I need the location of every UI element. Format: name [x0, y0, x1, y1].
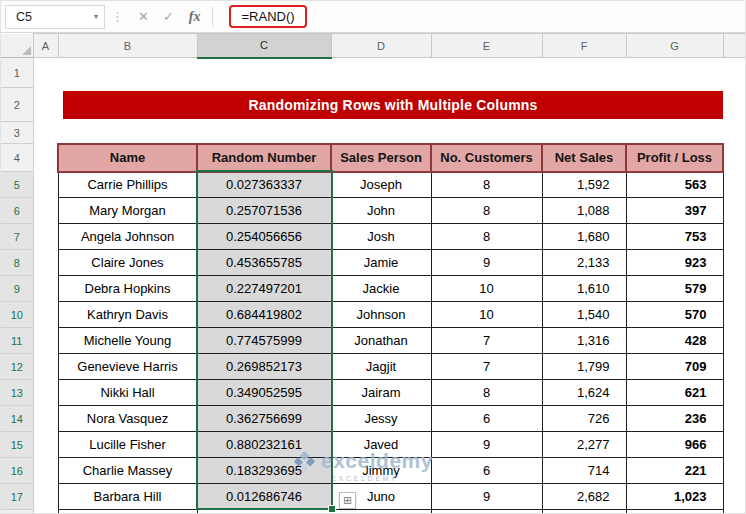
row-header-4[interactable]: 4 [1, 144, 33, 172]
column-header-G[interactable]: G [626, 34, 723, 58]
cell-G8[interactable]: 923 [626, 250, 723, 276]
cell-G17[interactable]: 1,023 [626, 484, 723, 510]
cell-C14[interactable]: 0.362756699 [197, 406, 331, 432]
row-header-11[interactable]: 11 [1, 328, 33, 354]
cell-G10[interactable]: 570 [626, 302, 723, 328]
row-header-3[interactable]: 3 [1, 122, 33, 144]
cell-A5[interactable] [33, 172, 58, 198]
cell-A9[interactable] [33, 276, 58, 302]
cell-A13[interactable] [33, 380, 58, 406]
cell-C8[interactable]: 0.453655785 [197, 250, 331, 276]
cell-D15[interactable]: Javed [331, 432, 431, 458]
cell-F17[interactable]: 2,682 [542, 484, 626, 510]
banner-cell[interactable]: Randomizing Rows with Multiple Columns [58, 88, 723, 122]
cell-E7[interactable]: 8 [431, 224, 542, 250]
autofill-options-button[interactable]: ⊞ [339, 492, 356, 509]
column-header-A[interactable]: A [33, 34, 58, 58]
cell-B12[interactable]: Genevieve Harris [58, 354, 197, 380]
cell-C5[interactable]: 0.027363337 [197, 172, 331, 198]
cell-A2[interactable] [33, 88, 58, 122]
row-header-12[interactable]: 12 [1, 354, 33, 380]
table-header-F4[interactable]: Net Sales [542, 144, 626, 172]
cell-A1[interactable] [33, 58, 58, 88]
cell-A15[interactable] [33, 432, 58, 458]
row-header-16[interactable]: 16 [1, 458, 33, 484]
cell-G14[interactable]: 236 [626, 406, 723, 432]
cell-B11[interactable]: Michelle Young [58, 328, 197, 354]
select-all-corner[interactable] [1, 34, 33, 58]
row-header-14[interactable]: 14 [1, 406, 33, 432]
cell-C17[interactable]: 0.012686746 [197, 484, 331, 510]
formula-input[interactable]: =RAND() [229, 5, 306, 28]
cell-D8[interactable]: Jamie [331, 250, 431, 276]
cell-D9[interactable]: Jackie [331, 276, 431, 302]
cell-D12[interactable]: Jagjit [331, 354, 431, 380]
cell-F6[interactable]: 1,088 [542, 198, 626, 224]
row-header-17[interactable]: 17 [1, 484, 33, 510]
cell-C7[interactable]: 0.254056656 [197, 224, 331, 250]
row-header-6[interactable]: 6 [1, 198, 33, 224]
cell-E13[interactable]: 8 [431, 380, 542, 406]
row-header-8[interactable]: 8 [1, 250, 33, 276]
cell-B9[interactable]: Debra Hopkins [58, 276, 197, 302]
cell-F10[interactable]: 1,540 [542, 302, 626, 328]
cell-E12[interactable]: 7 [431, 354, 542, 380]
cell-B8[interactable]: Claire Jones [58, 250, 197, 276]
cell-G6[interactable]: 397 [626, 198, 723, 224]
cell-F15[interactable]: 2,277 [542, 432, 626, 458]
cell-F5[interactable]: 1,592 [542, 172, 626, 198]
column-header-D[interactable]: D [331, 34, 431, 58]
row-header-15[interactable]: 15 [1, 432, 33, 458]
cell-F11[interactable]: 1,316 [542, 328, 626, 354]
cell-G9[interactable]: 579 [626, 276, 723, 302]
cell-D18[interactable] [331, 510, 431, 514]
cell-B15[interactable]: Lucille Fisher [58, 432, 197, 458]
cell-B6[interactable]: Mary Morgan [58, 198, 197, 224]
cell-F7[interactable]: 1,680 [542, 224, 626, 250]
table-header-D4[interactable]: Sales Person [331, 144, 431, 172]
cell-C6[interactable]: 0.257071536 [197, 198, 331, 224]
cell-E15[interactable]: 9 [431, 432, 542, 458]
cell-G5[interactable]: 563 [626, 172, 723, 198]
cell-A14[interactable] [33, 406, 58, 432]
row-header-13[interactable]: 13 [1, 380, 33, 406]
cell-F12[interactable]: 1,799 [542, 354, 626, 380]
cell-D6[interactable]: John [331, 198, 431, 224]
name-box[interactable]: C5 ▾ [5, 5, 105, 29]
cell-D11[interactable]: Jonathan [331, 328, 431, 354]
cell-C18[interactable] [197, 510, 331, 514]
cell-E6[interactable]: 8 [431, 198, 542, 224]
cell-F18[interactable] [542, 510, 626, 514]
cell-A18[interactable] [33, 510, 58, 514]
cell-C16[interactable]: 0.183293695 [197, 458, 331, 484]
cell-G11[interactable]: 428 [626, 328, 723, 354]
row-header-18[interactable]: 18 [1, 510, 33, 514]
cell-E10[interactable]: 10 [431, 302, 542, 328]
column-header-C[interactable]: C [197, 34, 331, 58]
cell-B14[interactable]: Nora Vasquez [58, 406, 197, 432]
column-header-F[interactable]: F [542, 34, 626, 58]
cell-A8[interactable] [33, 250, 58, 276]
cell-B5[interactable]: Carrie Phillips [58, 172, 197, 198]
cell-C13[interactable]: 0.349052595 [197, 380, 331, 406]
cell-E9[interactable]: 10 [431, 276, 542, 302]
cell-E18[interactable] [431, 510, 542, 514]
cell-C10[interactable]: 0.684419802 [197, 302, 331, 328]
cell-G12[interactable]: 709 [626, 354, 723, 380]
cell-G7[interactable]: 753 [626, 224, 723, 250]
cell-F14[interactable]: 726 [542, 406, 626, 432]
cell-B18[interactable] [58, 510, 197, 514]
table-header-E4[interactable]: No. Customers [431, 144, 542, 172]
table-header-C4[interactable]: Random Number [197, 144, 331, 172]
cell-D14[interactable]: Jessy [331, 406, 431, 432]
row-header-1[interactable]: 1 [1, 58, 33, 88]
cell-B17[interactable]: Barbara Hill [58, 484, 197, 510]
cell-D10[interactable]: Johnson [331, 302, 431, 328]
row-header-9[interactable]: 9 [1, 276, 33, 302]
cell-D5[interactable]: Joseph [331, 172, 431, 198]
cell-F8[interactable]: 2,133 [542, 250, 626, 276]
empty-cell-region-row-3[interactable] [58, 122, 723, 144]
cell-E11[interactable]: 7 [431, 328, 542, 354]
cell-E8[interactable]: 9 [431, 250, 542, 276]
row-header-5[interactable]: 5 [1, 172, 33, 198]
